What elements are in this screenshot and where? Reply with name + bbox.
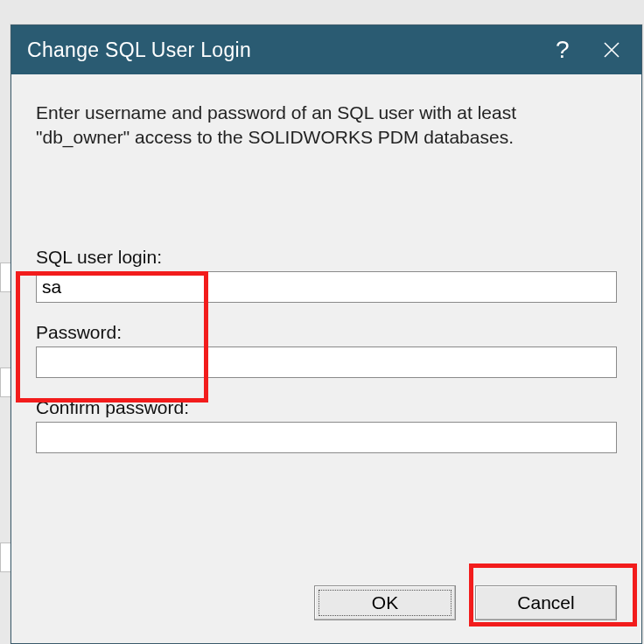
close-icon: [603, 41, 620, 59]
confirm-password-field: Confirm password:: [36, 397, 617, 453]
dialog-buttons: OK Cancel: [314, 585, 617, 620]
change-sql-user-login-dialog: Change SQL User Login ? Enter username a…: [10, 24, 642, 644]
confirm-password-input[interactable]: [36, 422, 617, 453]
dialog-title: Change SQL User Login: [27, 38, 538, 62]
ok-button[interactable]: OK: [314, 585, 456, 620]
cancel-button[interactable]: Cancel: [475, 585, 617, 620]
password-label: Password:: [36, 322, 617, 343]
dialog-content: Enter username and password of an SQL us…: [11, 74, 641, 643]
sql-login-label: SQL user login:: [36, 247, 617, 268]
sql-login-field: SQL user login:: [36, 247, 617, 303]
instruction-text: Enter username and password of an SQL us…: [36, 101, 596, 150]
help-button[interactable]: ?: [538, 25, 587, 74]
titlebar[interactable]: Change SQL User Login ?: [11, 25, 641, 74]
sql-login-input[interactable]: [36, 271, 617, 303]
password-input[interactable]: [36, 346, 617, 378]
confirm-password-label: Confirm password:: [36, 397, 617, 418]
close-button[interactable]: [587, 25, 636, 74]
password-field: Password:: [36, 322, 617, 378]
help-icon: ?: [556, 36, 570, 64]
